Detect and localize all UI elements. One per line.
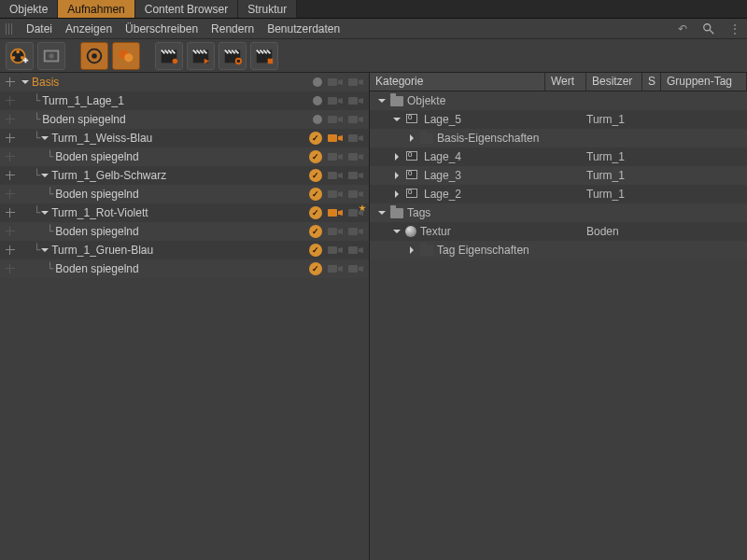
category-row[interactable]: Tag Eigenschaften (370, 241, 747, 259)
col-besitzer[interactable]: Besitzer (586, 73, 642, 91)
menu-datei[interactable]: Datei (26, 22, 52, 35)
tree-row[interactable]: Basis (0, 73, 369, 91)
tree-row[interactable]: └Boden spiegelnd✓ (0, 185, 369, 203)
visibility-icon[interactable] (4, 169, 17, 182)
search-icon[interactable] (702, 22, 715, 35)
tab-content-browser[interactable]: Content Browser (135, 0, 238, 18)
node-label[interactable]: Turm_1_Weiss-Blau (51, 132, 152, 145)
tree-row[interactable]: └Boden spiegelnd✓ (0, 147, 369, 166)
camera2-icon[interactable] (348, 95, 363, 106)
category-row[interactable]: Objekte (370, 91, 747, 110)
camera-icon[interactable] (328, 133, 343, 144)
camera-icon[interactable] (328, 226, 343, 237)
camera2-icon[interactable] (348, 133, 363, 144)
expander-icon[interactable] (40, 133, 49, 143)
visibility-icon[interactable] (4, 262, 17, 275)
camera2-icon[interactable] (348, 114, 363, 125)
camera2-icon[interactable] (348, 263, 363, 274)
menu-anzeigen[interactable]: Anzeigen (65, 22, 112, 35)
visibility-icon[interactable] (4, 113, 17, 126)
visibility-icon[interactable] (4, 188, 17, 201)
camera2-icon[interactable] (348, 207, 363, 218)
camera-icon[interactable] (328, 263, 343, 274)
expander-icon[interactable] (377, 96, 387, 105)
tree-row[interactable]: └Turm_1_Weiss-Blau✓ (0, 129, 369, 147)
camera-icon[interactable] (328, 151, 343, 162)
tree-row[interactable]: └Turm_1_Lage_1 (0, 91, 369, 110)
menu-benutzerdaten[interactable]: Benutzerdaten (267, 22, 340, 35)
camera2-icon[interactable] (348, 77, 363, 88)
node-label[interactable]: Turm_1_Gruen-Blau (51, 244, 153, 257)
tool-blobs[interactable] (112, 42, 140, 70)
camera-icon[interactable] (328, 189, 343, 200)
status-dot-icon[interactable] (313, 96, 322, 105)
visibility-icon[interactable] (4, 150, 17, 163)
tab-aufnahmen[interactable]: Aufnahmen (58, 0, 134, 18)
tree-row[interactable]: └Turm_1_Gruen-Blau✓ (0, 241, 369, 259)
node-label[interactable]: Boden spiegelnd (55, 225, 138, 238)
camera-icon[interactable] (328, 245, 343, 256)
camera-icon[interactable] (328, 114, 343, 125)
expander-icon[interactable] (392, 227, 402, 236)
tree-row[interactable]: └Boden spiegelnd✓ (0, 259, 369, 278)
category-row[interactable]: Lage_3Turm_1 (370, 166, 747, 185)
tool-clapper-1[interactable] (155, 42, 183, 70)
camera2-icon[interactable] (348, 226, 363, 237)
status-check-icon[interactable]: ✓ (309, 169, 322, 182)
visibility-icon[interactable] (4, 206, 17, 219)
expander-icon[interactable] (40, 171, 49, 180)
status-check-icon[interactable]: ✓ (309, 244, 322, 257)
camera2-icon[interactable] (348, 245, 363, 256)
col-gruppen-tag[interactable]: Gruppen-Tag (661, 73, 747, 91)
status-check-icon[interactable]: ✓ (309, 206, 322, 219)
status-check-icon[interactable]: ✓ (309, 132, 322, 145)
visibility-icon[interactable] (4, 76, 17, 89)
visibility-icon[interactable] (4, 225, 17, 238)
category-row[interactable]: Basis-Eigenschaften (370, 129, 747, 147)
node-label[interactable]: Boden spiegelnd (55, 188, 138, 201)
node-label[interactable]: Turm_1_Lage_1 (42, 94, 124, 107)
tool-clapper-2[interactable] (187, 42, 215, 70)
node-label[interactable]: Boden spiegelnd (55, 262, 138, 275)
category-row[interactable]: Lage_5Turm_1 (370, 110, 747, 129)
tree-row[interactable]: └Boden spiegelnd✓ (0, 222, 369, 241)
menu-rendern[interactable]: Rendern (211, 22, 254, 35)
visibility-icon[interactable] (4, 94, 17, 107)
expander-icon[interactable] (407, 133, 416, 143)
expander-icon[interactable] (21, 77, 30, 87)
camera-icon[interactable] (328, 77, 343, 88)
category-row[interactable]: Lage_2Turm_1 (370, 185, 747, 203)
status-check-icon[interactable]: ✓ (309, 262, 322, 275)
node-label[interactable]: Boden spiegelnd (55, 150, 138, 163)
camera2-icon[interactable] (348, 189, 363, 200)
col-wert[interactable]: Wert (545, 73, 586, 91)
tree-row[interactable]: └Boden spiegelnd (0, 110, 369, 129)
category-row[interactable]: TexturBoden (370, 222, 747, 241)
status-dot-icon[interactable] (313, 77, 322, 87)
tree-row[interactable]: └Turm_1_Gelb-Schwarz✓ (0, 166, 369, 185)
camera-icon[interactable] (328, 170, 343, 181)
category-row[interactable]: Tags (370, 203, 747, 222)
node-label[interactable]: Turm_1_Rot-Violett (51, 206, 148, 219)
camera-icon[interactable] (328, 207, 343, 218)
expander-icon[interactable] (407, 245, 416, 255)
category-row[interactable]: Lage_4Turm_1 (370, 147, 747, 166)
col-s[interactable]: S (642, 73, 661, 91)
history-icon[interactable]: ↶ (676, 22, 689, 35)
tool-frame[interactable] (37, 42, 65, 70)
tab-struktur[interactable]: Struktur (238, 0, 297, 18)
col-kategorie[interactable]: Kategorie (370, 73, 545, 91)
status-check-icon[interactable]: ✓ (309, 150, 322, 163)
status-check-icon[interactable]: ✓ (309, 225, 322, 238)
menu-überschreiben[interactable]: Überschreiben (125, 22, 198, 35)
takes-tree[interactable]: Basis└Turm_1_Lage_1└Boden spiegelnd└Turm… (0, 73, 369, 560)
expander-icon[interactable] (392, 171, 402, 180)
tool-target[interactable] (80, 42, 108, 70)
camera-icon[interactable] (328, 95, 343, 106)
expander-icon[interactable] (40, 208, 49, 217)
tool-reel-add[interactable] (6, 42, 34, 70)
status-check-icon[interactable]: ✓ (309, 188, 322, 201)
node-label[interactable]: Boden spiegelnd (42, 113, 125, 126)
status-dot-icon[interactable] (313, 115, 322, 124)
tool-clapper-3[interactable] (218, 42, 247, 70)
